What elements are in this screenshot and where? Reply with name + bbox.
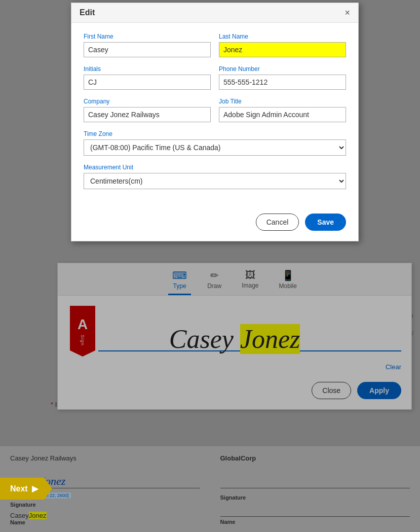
initials-group: Initials	[84, 65, 211, 90]
measurement-group: Measurement Unit Centimeters(cm)	[84, 164, 346, 189]
modal-body: First Name Last Name Initials Phone Numb…	[71, 23, 358, 207]
first-name-input[interactable]	[84, 42, 211, 57]
last-name-input[interactable]	[219, 42, 346, 57]
last-name-group: Last Name	[219, 33, 346, 57]
edit-modal: Edit × First Name Last Name Initials Pho…	[71, 3, 359, 241]
modal-footer: Cancel Save	[71, 207, 358, 241]
company-input[interactable]	[84, 107, 211, 122]
timezone-row: Time Zone (GMT-08:00) Pacific Time (US &…	[84, 130, 346, 156]
phone-input[interactable]	[219, 75, 346, 90]
first-name-group: First Name	[84, 33, 211, 57]
measurement-select[interactable]: Centimeters(cm)	[84, 173, 346, 189]
next-arrow-icon: ▶	[32, 484, 38, 493]
phone-label: Phone Number	[219, 65, 346, 73]
measurement-label: Measurement Unit	[84, 164, 346, 171]
measurement-row: Measurement Unit Centimeters(cm)	[84, 164, 346, 189]
next-button[interactable]: Next ▶	[0, 478, 52, 500]
initials-label: Initials	[84, 65, 211, 73]
cancel-button[interactable]: Cancel	[256, 214, 299, 231]
job-title-group: Job Title	[219, 98, 346, 122]
timezone-select[interactable]: (GMT-08:00) Pacific Time (US & Canada)	[84, 139, 346, 156]
company-title-row: Company Job Title	[84, 98, 346, 122]
name-row: First Name Last Name	[84, 33, 346, 57]
modal-header: Edit ×	[71, 3, 358, 23]
initials-input[interactable]	[84, 75, 211, 90]
job-title-input[interactable]	[219, 107, 346, 122]
phone-group: Phone Number	[219, 65, 346, 90]
timezone-group: Time Zone (GMT-08:00) Pacific Time (US &…	[84, 130, 346, 156]
next-label: Next	[10, 484, 28, 493]
last-name-label: Last Name	[219, 33, 346, 40]
first-name-label: First Name	[84, 33, 211, 40]
save-button[interactable]: Save	[305, 214, 346, 231]
initials-phone-row: Initials Phone Number	[84, 65, 346, 90]
timezone-label: Time Zone	[84, 130, 346, 137]
company-group: Company	[84, 98, 211, 122]
modal-title: Edit	[80, 8, 95, 17]
job-title-label: Job Title	[219, 98, 346, 105]
modal-close-button[interactable]: ×	[345, 8, 350, 17]
company-label: Company	[84, 98, 211, 105]
